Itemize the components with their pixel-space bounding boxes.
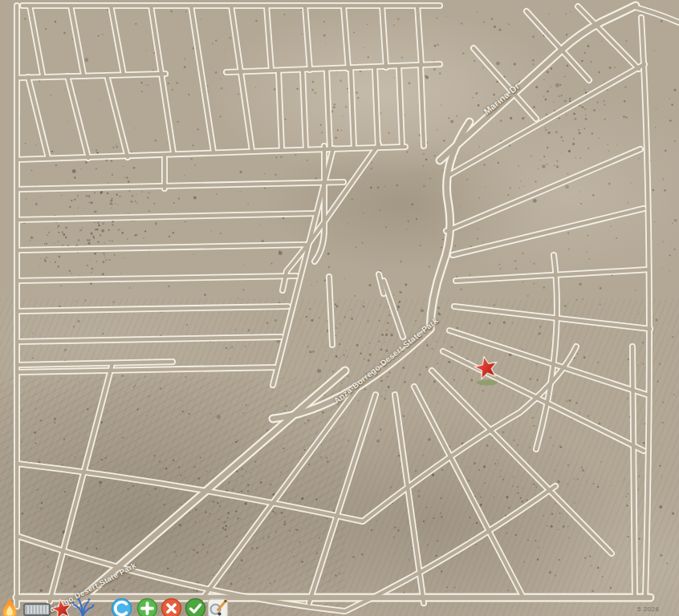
edit-icon[interactable] (207, 598, 236, 616)
satellite-map[interactable]: Marina Dr Anza-Borrego Desert State Park… (0, 0, 679, 616)
fireworks-icon[interactable] (71, 598, 100, 616)
ruler-icon[interactable] (22, 598, 51, 616)
marker-shadow (477, 380, 498, 386)
refresh-icon[interactable] (111, 598, 140, 616)
red-star-marker[interactable] (470, 351, 504, 387)
road-network (0, 0, 679, 616)
